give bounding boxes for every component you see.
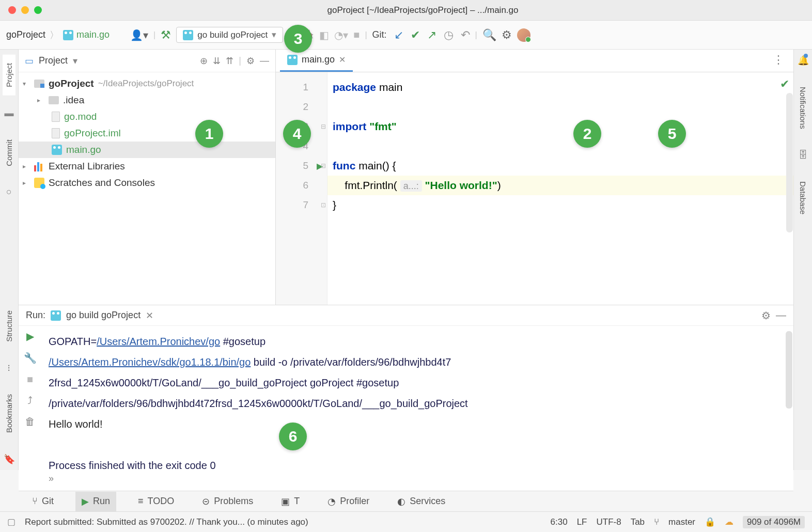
- run-panel-body: ▶ 🔧 ■ ⤴ 🗑 GOPATH=/Users/Artem.Pronichev/…: [19, 326, 793, 491]
- folder-icon: [34, 80, 44, 88]
- hide-run-panel-button[interactable]: —: [776, 309, 786, 321]
- output-text: GOPATH=: [49, 336, 97, 347]
- wrench-button[interactable]: 🔧: [24, 352, 37, 364]
- user-icon[interactable]: 👤▾: [130, 29, 148, 41]
- exit-button[interactable]: ⤴: [27, 395, 33, 406]
- indent-mode[interactable]: Tab: [631, 517, 645, 527]
- profile-button[interactable]: ◔▾: [334, 29, 348, 41]
- output-link[interactable]: /Users/Artem.Pronichev/sdk/go1.18.1/bin/…: [49, 356, 251, 368]
- collapse-all-button[interactable]: ⇈: [226, 55, 233, 67]
- memory-indicator[interactable]: 909 of 4096M: [743, 516, 805, 528]
- git-branch[interactable]: master: [668, 517, 695, 527]
- fold-icon[interactable]: ⊡: [321, 201, 326, 209]
- expand-arrow-icon[interactable]: ▸: [23, 179, 30, 186]
- gutter-line[interactable]: 6: [276, 176, 327, 195]
- project-tree[interactable]: ▾ goProject ~/IdeaProjects/goProject ▸ .…: [19, 72, 275, 194]
- services-tool-tab[interactable]: ◐Services: [391, 492, 451, 511]
- expand-all-button[interactable]: ⇊: [213, 55, 221, 67]
- git-commit-button[interactable]: ✔: [411, 28, 420, 42]
- bottom-tool-tabs: ⑂Git ▶Run ≡TODO ⊝Problems ▣T ◔Profiler ◐…: [19, 491, 793, 511]
- tree-item-gomod[interactable]: go.mod: [19, 108, 275, 125]
- select-opened-file-button[interactable]: ⊕: [200, 55, 208, 67]
- project-tool-tab[interactable]: Project: [3, 55, 15, 96]
- tree-item-maingo[interactable]: main.go: [19, 142, 275, 158]
- commit-tool-tab[interactable]: Commit: [3, 131, 15, 175]
- gutter-line[interactable]: 7⊡: [276, 195, 327, 215]
- chevron-down-icon[interactable]: ▾: [73, 55, 77, 67]
- editor-menu-button[interactable]: ⋮: [768, 48, 789, 72]
- editor-tab-maingo[interactable]: main.go ✕: [280, 49, 353, 72]
- git-push-button[interactable]: ↗: [427, 28, 436, 42]
- expand-arrow-icon[interactable]: ▾: [23, 80, 30, 87]
- output-link[interactable]: /Users/Artem.Pronichev/go: [97, 336, 220, 347]
- bell-icon[interactable]: 🔔: [798, 55, 809, 66]
- expand-arrow-icon[interactable]: ▸: [23, 163, 30, 170]
- line-separator[interactable]: LF: [577, 517, 587, 527]
- fold-icon[interactable]: ⊟: [321, 123, 326, 130]
- sync-icon[interactable]: ☁: [725, 517, 733, 527]
- search-button[interactable]: 🔍: [482, 28, 496, 42]
- close-run-tab-button[interactable]: ✕: [146, 310, 153, 321]
- user-avatar[interactable]: [517, 28, 530, 42]
- database-tool-tab[interactable]: Database: [797, 173, 809, 223]
- git-tool-tab[interactable]: ⑂Git: [26, 492, 60, 511]
- tree-item-iml[interactable]: goProject.iml: [19, 125, 275, 142]
- tree-root[interactable]: ▾ goProject ~/IdeaProjects/goProject: [19, 75, 275, 92]
- close-tab-button[interactable]: ✕: [339, 55, 346, 65]
- database-icon[interactable]: 🗄: [799, 150, 808, 161]
- gopher-icon: [287, 55, 298, 65]
- git-pull-button[interactable]: ↙: [394, 28, 403, 42]
- gutter-line[interactable]: 2: [276, 97, 327, 117]
- output-text: Hello world!: [49, 414, 786, 434]
- caret-position[interactable]: 6:30: [551, 517, 568, 527]
- gutter-line[interactable]: 1: [276, 77, 327, 97]
- close-window-button[interactable]: [8, 6, 16, 14]
- coverage-button[interactable]: ◧: [319, 29, 329, 41]
- run-tool-tab[interactable]: ▶Run: [75, 492, 116, 511]
- lock-icon[interactable]: 🔒: [705, 517, 715, 527]
- gutter-line[interactable]: 5▶⊟: [276, 156, 327, 176]
- notifications-tool-tab[interactable]: Notifications: [797, 79, 809, 137]
- run-output[interactable]: GOPATH=/Users/Artem.Pronichev/go #gosetu…: [41, 326, 793, 491]
- profiler-tool-tab[interactable]: ◔Profiler: [321, 492, 376, 511]
- git-rollback-button[interactable]: ↶: [461, 28, 470, 42]
- tree-item-external-libs[interactable]: ▸ External Libraries: [19, 158, 275, 175]
- expand-arrow-icon[interactable]: ▸: [37, 97, 44, 104]
- hide-panel-button[interactable]: —: [260, 55, 269, 66]
- panel-settings-button[interactable]: ⚙: [246, 55, 255, 67]
- code-keyword: package: [333, 81, 376, 93]
- maximize-window-button[interactable]: [34, 6, 42, 14]
- tree-item-scratches[interactable]: ▸ Scratches and Consoles: [19, 175, 275, 191]
- breadcrumb-project[interactable]: goProject: [6, 29, 45, 40]
- list-icon: ≡: [138, 496, 144, 507]
- run-settings-button[interactable]: ⚙: [761, 309, 771, 322]
- editor-scrollbar[interactable]: [786, 93, 793, 232]
- project-panel-title: Project: [39, 55, 68, 66]
- file-encoding[interactable]: UTF-8: [596, 517, 621, 527]
- stop-run-button[interactable]: ■: [27, 373, 33, 385]
- inspection-ok-icon[interactable]: ✔: [780, 77, 789, 91]
- terminal-tool-tab[interactable]: ▣T: [275, 492, 306, 511]
- build-button[interactable]: ⚒: [161, 28, 171, 42]
- git-history-button[interactable]: ◷: [444, 28, 454, 42]
- problems-tool-tab[interactable]: ⊝Problems: [196, 492, 259, 511]
- callout-3: 3: [284, 25, 312, 53]
- fold-icon[interactable]: ⊟: [321, 162, 326, 169]
- tool-windows-button[interactable]: ▢: [7, 517, 15, 527]
- output-text: /private/var/folders/96/bdhwjhbd4t72frsd…: [49, 393, 786, 414]
- status-message[interactable]: Report submitted: Submitted as 9700202. …: [25, 517, 308, 527]
- stop-button[interactable]: ■: [353, 29, 360, 41]
- settings-button[interactable]: ⚙: [502, 28, 512, 42]
- rerun-button[interactable]: ▶: [26, 330, 34, 342]
- more-button[interactable]: »: [49, 468, 54, 489]
- run-config-selector[interactable]: go build goProject ▾: [176, 27, 283, 43]
- breadcrumb-file[interactable]: main.go: [63, 29, 110, 40]
- code-keyword: func: [333, 160, 355, 171]
- todo-tool-tab[interactable]: ≡TODO: [132, 492, 180, 511]
- run-scrollbar[interactable]: [786, 331, 792, 409]
- delete-button[interactable]: 🗑: [25, 416, 35, 428]
- breadcrumb[interactable]: goProject 〉 main.go: [6, 29, 110, 41]
- tree-item-idea[interactable]: ▸ .idea: [19, 92, 275, 108]
- commit-icon: ○: [6, 186, 12, 197]
- minimize-window-button[interactable]: [21, 6, 29, 14]
